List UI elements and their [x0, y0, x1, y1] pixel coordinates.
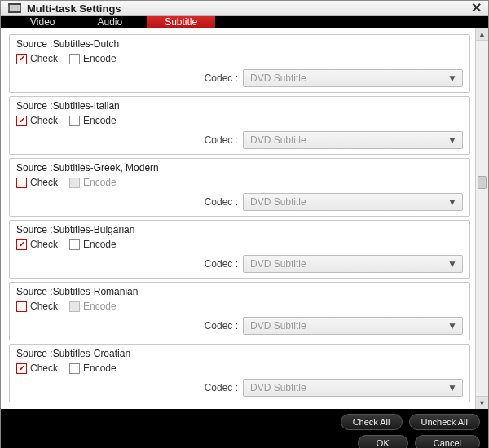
scroll-thumb[interactable] — [478, 176, 487, 189]
source-label: Source :Subtitles-Italian — [16, 100, 463, 112]
source-label: Source :Subtitles-Dutch — [16, 38, 463, 50]
codec-label: Codec : — [205, 196, 238, 208]
source-label: Source :Subtitles-Bulgarian — [16, 224, 463, 235]
encode-label: Encode — [83, 362, 117, 374]
checkbox-icon — [16, 54, 27, 64]
subtitle-list: Source :Subtitles-DutchCheckEncodeCodec … — [1, 28, 475, 409]
chevron-down-icon: ▼ — [446, 195, 459, 209]
content-area: Source :Subtitles-DutchCheckEncodeCodec … — [1, 28, 488, 409]
encode-checkbox[interactable]: Encode — [69, 53, 117, 64]
chevron-down-icon: ▼ — [446, 134, 459, 147]
window-title: Multi-task Settings — [27, 2, 470, 15]
tab-subtitle[interactable]: Subtitle — [147, 16, 215, 28]
codec-label: Codec : — [205, 320, 238, 332]
codec-select[interactable]: DVD Subtitle▼ — [243, 255, 463, 273]
check-checkbox[interactable]: Check — [16, 239, 58, 250]
encode-label: Encode — [83, 177, 117, 188]
app-icon — [7, 1, 22, 15]
settings-window: Multi-task Settings ✕ Video Audio Subtit… — [0, 0, 489, 448]
source-label: Source :Subtitles-Croatian — [16, 348, 463, 359]
tab-audio[interactable]: Audio — [79, 16, 140, 28]
codec-value: DVD Subtitle — [250, 196, 306, 208]
codec-row: Codec :DVD Subtitle▼ — [16, 193, 463, 211]
codec-value: DVD Subtitle — [250, 72, 306, 84]
encode-label: Encode — [83, 301, 117, 312]
checkbox-row: CheckEncode — [16, 362, 463, 374]
subtitle-group: Source :Subtitles-RomanianCheckEncodeCod… — [9, 282, 470, 340]
source-label: Source :Subtitles-Greek, Modern — [16, 162, 463, 173]
scroll-down-icon[interactable]: ▼ — [476, 396, 488, 409]
checkbox-row: CheckEncode — [16, 177, 463, 188]
encode-checkbox[interactable]: Encode — [69, 239, 117, 250]
codec-row: Codec :DVD Subtitle▼ — [16, 69, 463, 87]
svg-rect-3 — [8, 11, 21, 13]
checkbox-icon — [69, 301, 80, 312]
encode-label: Encode — [83, 115, 117, 126]
checkbox-icon — [69, 116, 80, 126]
codec-select[interactable]: DVD Subtitle▼ — [243, 193, 463, 211]
encode-checkbox: Encode — [69, 177, 117, 188]
codec-row: Codec :DVD Subtitle▼ — [16, 379, 463, 397]
subtitle-group: Source :Subtitles-DutchCheckEncodeCodec … — [9, 34, 470, 93]
encode-checkbox[interactable]: Encode — [69, 362, 117, 374]
codec-select[interactable]: DVD Subtitle▼ — [243, 317, 463, 335]
checkbox-icon — [69, 239, 80, 250]
vertical-scrollbar[interactable]: ▲ ▼ — [475, 28, 488, 409]
checkbox-icon — [16, 239, 27, 250]
checkbox-row: CheckEncode — [16, 53, 463, 64]
checkbox-icon — [16, 116, 27, 126]
subtitle-group: Source :Subtitles-Greek, ModernCheckEnco… — [9, 158, 470, 217]
svg-rect-2 — [8, 3, 21, 5]
codec-select[interactable]: DVD Subtitle▼ — [243, 379, 463, 397]
check-label: Check — [30, 115, 58, 126]
codec-label: Codec : — [205, 134, 238, 146]
chevron-down-icon: ▼ — [446, 381, 459, 394]
checkbox-icon — [16, 363, 27, 374]
codec-value: DVD Subtitle — [250, 258, 306, 270]
codec-value: DVD Subtitle — [250, 134, 306, 146]
uncheck-all-button[interactable]: Uncheck All — [409, 414, 480, 430]
check-checkbox[interactable]: Check — [16, 301, 58, 312]
scroll-up-icon[interactable]: ▲ — [476, 28, 488, 41]
subtitle-group: Source :Subtitles-BulgarianCheckEncodeCo… — [9, 220, 470, 279]
codec-select[interactable]: DVD Subtitle▼ — [243, 131, 463, 149]
codec-value: DVD Subtitle — [250, 320, 306, 332]
chevron-down-icon: ▼ — [446, 72, 459, 85]
check-label: Check — [30, 362, 58, 374]
check-all-button[interactable]: Check All — [341, 414, 403, 430]
subtitle-group: Source :Subtitles-CroatianCheckEncodeCod… — [9, 344, 470, 402]
checkbox-row: CheckEncode — [16, 115, 463, 126]
check-checkbox[interactable]: Check — [16, 362, 58, 374]
checkbox-icon — [69, 54, 80, 64]
footer: Check All Uncheck All OK Cancel — [1, 409, 488, 448]
codec-row: Codec :DVD Subtitle▼ — [16, 131, 463, 149]
codec-select[interactable]: DVD Subtitle▼ — [243, 69, 463, 87]
codec-row: Codec :DVD Subtitle▼ — [16, 317, 463, 335]
check-label: Check — [30, 177, 58, 188]
svg-rect-1 — [10, 5, 20, 11]
encode-label: Encode — [83, 53, 117, 64]
checkbox-row: CheckEncode — [16, 301, 463, 312]
check-label: Check — [30, 53, 58, 64]
encode-checkbox[interactable]: Encode — [69, 115, 117, 126]
tab-bar: Video Audio Subtitle — [1, 16, 488, 28]
codec-label: Codec : — [205, 382, 238, 393]
cancel-button[interactable]: Cancel — [415, 435, 480, 448]
ok-button[interactable]: OK — [358, 435, 408, 448]
codec-label: Codec : — [205, 258, 238, 270]
check-checkbox[interactable]: Check — [16, 53, 58, 64]
subtitle-group: Source :Subtitles-ItalianCheckEncodeCode… — [9, 96, 470, 155]
checkbox-icon — [16, 301, 27, 312]
checkbox-icon — [16, 178, 27, 188]
encode-checkbox: Encode — [69, 301, 117, 312]
check-label: Check — [30, 301, 58, 312]
check-checkbox[interactable]: Check — [16, 177, 58, 188]
checkbox-row: CheckEncode — [16, 239, 463, 250]
close-icon[interactable]: ✕ — [470, 2, 482, 14]
check-checkbox[interactable]: Check — [16, 115, 58, 126]
chevron-down-icon: ▼ — [446, 257, 459, 270]
tab-video[interactable]: Video — [12, 16, 73, 28]
source-label: Source :Subtitles-Romanian — [16, 286, 463, 297]
scroll-track[interactable] — [476, 41, 488, 396]
codec-label: Codec : — [205, 72, 238, 84]
